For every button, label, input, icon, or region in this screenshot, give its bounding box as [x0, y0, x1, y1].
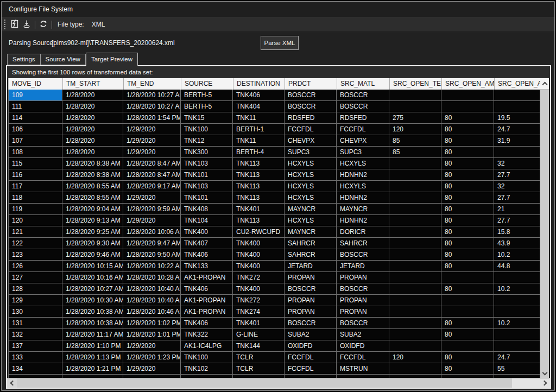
table-cell[interactable] [389, 101, 441, 112]
table-cell[interactable] [494, 272, 540, 283]
table-cell[interactable]: MAYNCR [337, 204, 389, 215]
table-cell[interactable] [494, 329, 540, 340]
table-cell[interactable]: 128 [8, 283, 62, 295]
table-cell[interactable] [389, 238, 441, 249]
table-cell[interactable]: HCXYLS [285, 181, 337, 192]
table-cell[interactable]: SAHRCR [285, 249, 337, 261]
table-cell[interactable]: 127 [8, 272, 62, 283]
table-cell[interactable]: 1/28/2020 11:17 AM [62, 329, 123, 340]
table-cell[interactable]: AK1-PROPAN [181, 295, 233, 306]
table-cell[interactable]: G-LINE [233, 329, 285, 340]
table-cell[interactable] [494, 147, 540, 158]
table-cell[interactable]: 80 [441, 363, 494, 375]
table-cell[interactable]: 1/28/2020 [62, 90, 123, 101]
table-cell[interactable]: 1/29/2020 [123, 135, 181, 147]
table-cell[interactable]: BOSCCR [337, 90, 389, 101]
table-cell[interactable] [441, 272, 494, 283]
table-cell[interactable]: AK1-IC4LPG [181, 340, 233, 352]
table-cell[interactable]: AK1-PROPAN [181, 272, 233, 283]
table-cell[interactable]: 80 [441, 283, 494, 295]
table-cell[interactable]: 117 [8, 181, 62, 192]
table-cell[interactable]: 80 [441, 352, 494, 363]
table-cell[interactable]: 1/28/2020 9:30 AM [62, 238, 123, 249]
table-cell[interactable]: 80 [441, 169, 494, 181]
table-cell[interactable]: TNK407 [181, 238, 233, 249]
title-bar[interactable]: Configure File System [2, 2, 554, 17]
table-cell[interactable]: 1/28/2020 1:02 PM [123, 318, 181, 329]
table-cell[interactable]: 1/28/2020 1:13 PM [62, 352, 123, 363]
table-cell[interactable]: 132 [8, 329, 62, 340]
table-cell[interactable]: MAYNCR [285, 204, 337, 215]
table-cell[interactable] [389, 192, 441, 204]
table-cell[interactable]: 1/29/2020 [123, 340, 181, 352]
table-cell[interactable]: CHEVPX [337, 135, 389, 147]
table-cell[interactable]: SUBA2 [337, 329, 389, 340]
transform-window-button[interactable] [9, 18, 21, 30]
table-cell[interactable]: SAHRCR [285, 238, 337, 249]
scroll-up-button[interactable] [540, 78, 549, 90]
table-cell[interactable]: BERTH-4 [233, 147, 285, 158]
table-cell[interactable]: TNK113 [233, 169, 285, 181]
table-cell[interactable]: PROPAN [337, 272, 389, 283]
table-cell[interactable]: 1/28/2020 10:40 AM [123, 295, 181, 306]
scroll-left-button[interactable] [7, 378, 17, 388]
horizontal-scrollbar[interactable] [7, 378, 550, 388]
table-cell[interactable]: PROPAN [285, 306, 337, 318]
table-cell[interactable]: FCCFDL [285, 124, 337, 135]
table-cell[interactable]: 1/28/2020 1:54 PM [123, 112, 181, 124]
table-cell[interactable]: 80 [441, 158, 494, 169]
table-cell[interactable]: FCCFDL [285, 363, 337, 375]
column-header-src_open_api[interactable]: SRC_OPEN_API [495, 78, 541, 90]
table-cell[interactable]: 80 [441, 204, 494, 215]
table-cell[interactable] [389, 169, 441, 181]
table-cell[interactable]: 85 [389, 147, 441, 158]
table-cell[interactable]: 1/28/2020 10:46 AM [123, 306, 181, 318]
table-cell[interactable]: BOSCCR [285, 318, 337, 329]
table-cell[interactable] [389, 204, 441, 215]
table-cell[interactable]: 119 [8, 204, 62, 215]
table-cell[interactable]: TNK272 [233, 272, 285, 283]
table-cell[interactable] [389, 226, 441, 238]
table-cell[interactable]: TNK100 [181, 124, 233, 135]
table-cell[interactable]: 1/28/2020 9:17 AM [123, 181, 181, 192]
table-cell[interactable]: 1/28/2020 1:21 PM [62, 363, 123, 375]
table-cell[interactable]: TNK11 [233, 112, 285, 124]
table-cell[interactable]: 80 [441, 181, 494, 192]
table-cell[interactable]: FCCFDL [337, 124, 389, 135]
table-cell[interactable]: SUBA2 [285, 329, 337, 340]
table-cell[interactable]: RDSFED [337, 112, 389, 124]
table-cell[interactable]: BOSCCR [337, 283, 389, 295]
vertical-scrollbar[interactable] [540, 78, 549, 378]
table-cell[interactable]: TNK101 [181, 169, 233, 181]
table-cell[interactable]: 80 [441, 238, 494, 249]
table-cell[interactable]: 1/29/2020 [123, 363, 181, 375]
table-cell[interactable]: CU2-RWCUFD [233, 226, 285, 238]
table-cell[interactable]: 1/28/2020 [62, 101, 123, 112]
table-cell[interactable]: 1/28/2020 9:47 AM [123, 238, 181, 249]
table-cell[interactable]: 1/28/2020 9:04 AM [62, 204, 123, 215]
table-cell[interactable]: 1/28/2020 10:16 AM [62, 272, 123, 283]
table-cell[interactable] [494, 101, 540, 112]
table-cell[interactable] [494, 295, 540, 306]
table-cell[interactable]: TNK12 [181, 135, 233, 147]
table-cell[interactable]: 115 [8, 158, 62, 169]
table-cell[interactable]: 1/28/2020 8:47 AM [123, 169, 181, 181]
table-cell[interactable]: MAYNCR [285, 226, 337, 238]
table-cell[interactable]: 121 [8, 226, 62, 238]
table-cell[interactable]: 109 [8, 90, 62, 101]
table-cell[interactable]: HCXYLS [337, 158, 389, 169]
table-cell[interactable]: TNK113 [233, 158, 285, 169]
table-cell[interactable]: JETARD [337, 261, 389, 272]
table-cell[interactable]: 80 [441, 124, 494, 135]
table-cell[interactable]: TNK406 [181, 318, 233, 329]
tab-target-preview[interactable]: Target Preview [86, 53, 138, 66]
table-cell[interactable]: 1/28/2020 9:50 AM [123, 249, 181, 261]
table-cell[interactable] [441, 90, 494, 101]
table-cell[interactable]: 1/28/2020 9:25 AM [62, 226, 123, 238]
table-cell[interactable]: MSTRUN [337, 363, 389, 375]
table-cell[interactable]: BERTH-1 [233, 124, 285, 135]
table-cell[interactable]: 80 [441, 112, 494, 124]
table-cell[interactable]: 123 [8, 249, 62, 261]
table-cell[interactable]: 1/29/2020 [123, 124, 181, 135]
table-cell[interactable]: 133 [8, 352, 62, 363]
